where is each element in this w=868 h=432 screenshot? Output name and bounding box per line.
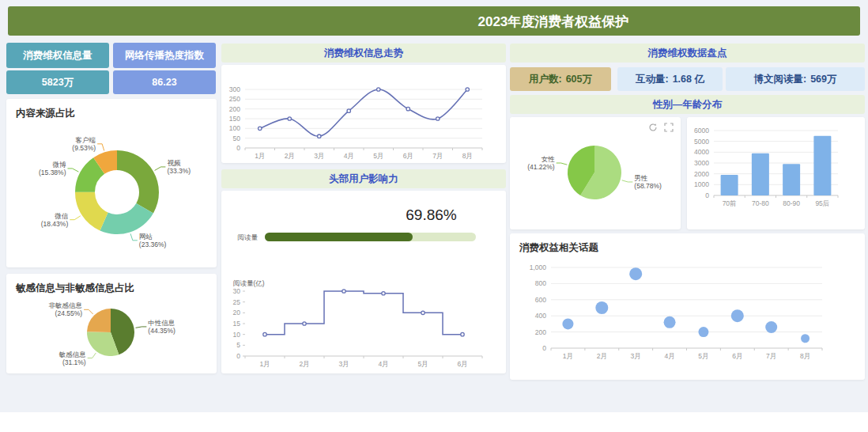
svg-text:(18.43%): (18.43%) bbox=[41, 220, 69, 228]
influence-percent-value: 69.86% bbox=[406, 207, 456, 224]
svg-text:(24.55%): (24.55%) bbox=[55, 309, 83, 317]
svg-text:10: 10 bbox=[233, 331, 241, 339]
content-source-panel: 内容来源占比 视频(33.3%)网站(23.36%)微信(18.43%)微博(1… bbox=[6, 99, 217, 267]
svg-text:视频: 视频 bbox=[167, 159, 181, 167]
users-count-value: 605万 bbox=[566, 73, 592, 86]
svg-text:3月: 3月 bbox=[338, 360, 349, 368]
reading-step-chart: 阅读量(亿)0510152025301月2月3月4月5月6月 bbox=[221, 262, 506, 373]
svg-text:3000: 3000 bbox=[694, 159, 709, 167]
svg-text:2月: 2月 bbox=[285, 152, 295, 160]
svg-text:7月: 7月 bbox=[432, 152, 443, 160]
svg-text:95后: 95后 bbox=[815, 199, 829, 207]
svg-text:8月: 8月 bbox=[800, 352, 810, 360]
svg-text:阅读量(亿): 阅读量(亿) bbox=[233, 279, 265, 287]
svg-text:100: 100 bbox=[229, 124, 240, 132]
stat-card-heat-index-value: 86.23 bbox=[113, 70, 216, 94]
svg-text:15: 15 bbox=[233, 320, 241, 328]
topics-panel: 消费权益相关话题 02004006008001,0001月2月3月4月5月6月7… bbox=[510, 233, 865, 380]
svg-text:600: 600 bbox=[535, 296, 546, 304]
svg-text:女性: 女性 bbox=[542, 155, 556, 163]
svg-text:2月: 2月 bbox=[597, 352, 607, 360]
svg-text:3月: 3月 bbox=[631, 352, 641, 360]
svg-text:7月: 7月 bbox=[766, 352, 776, 360]
svg-text:5: 5 bbox=[236, 341, 240, 349]
svg-text:6月: 6月 bbox=[732, 352, 742, 360]
svg-text:80-90: 80-90 bbox=[783, 199, 800, 207]
svg-text:6月: 6月 bbox=[457, 360, 467, 368]
svg-text:敏感信息: 敏感信息 bbox=[58, 351, 87, 358]
influence-bar-label: 阅读量 bbox=[221, 233, 258, 243]
svg-text:(58.78%): (58.78%) bbox=[634, 182, 662, 190]
svg-text:6月: 6月 bbox=[403, 152, 413, 160]
svg-text:男性: 男性 bbox=[634, 174, 648, 182]
svg-text:25: 25 bbox=[233, 298, 241, 306]
users-count-label: 用户数: bbox=[529, 73, 562, 86]
sensitive-info-panel: 敏感信息与非敏感信息占比 中性信息(44.35%)敏感信息(31.1%)非敏感信… bbox=[6, 274, 217, 373]
dashboard-page: 2023年度消费者权益保护 消费维权信息量 5823万 网络传播热度指数 86.… bbox=[0, 0, 868, 432]
stat-card-heat-index-label: 网络传播热度指数 bbox=[113, 43, 216, 68]
svg-text:0: 0 bbox=[236, 352, 240, 360]
svg-text:网站: 网站 bbox=[139, 233, 153, 241]
svg-text:5月: 5月 bbox=[698, 352, 708, 360]
svg-text:300: 300 bbox=[229, 85, 240, 93]
svg-text:(15.38%): (15.38%) bbox=[39, 169, 66, 176]
gender-age-section-header: 性别—年龄分布 bbox=[510, 95, 865, 114]
svg-text:(23.36%): (23.36%) bbox=[139, 241, 167, 248]
trend-section-header: 消费维权信息走势 bbox=[221, 44, 506, 63]
svg-text:4000: 4000 bbox=[694, 148, 709, 156]
svg-text:2月: 2月 bbox=[299, 360, 309, 368]
trend-panel: 0501001502002503001月2月3月4月5月6月7月8月 bbox=[221, 65, 506, 163]
svg-text:(9.53%): (9.53%) bbox=[72, 144, 96, 152]
svg-text:微博: 微博 bbox=[52, 161, 66, 169]
users-count-chip: 用户数: 605万 bbox=[510, 67, 611, 91]
overview-section-header: 消费维权数据盘点 bbox=[510, 44, 865, 63]
svg-text:(41.22%): (41.22%) bbox=[527, 163, 555, 171]
interactions-chip: 互动量: 1.68 亿 bbox=[617, 67, 723, 91]
page-header: 2023年度消费者权益保护 bbox=[8, 6, 860, 36]
svg-text:800: 800 bbox=[535, 279, 546, 287]
svg-text:1月: 1月 bbox=[259, 360, 270, 368]
svg-text:1000: 1000 bbox=[694, 180, 709, 188]
svg-text:70-80: 70-80 bbox=[752, 199, 769, 207]
svg-text:微信: 微信 bbox=[55, 212, 69, 220]
gender-age-section-title: 性别—年龄分布 bbox=[653, 98, 723, 112]
svg-text:8月: 8月 bbox=[462, 152, 473, 160]
svg-text:非敏感信息: 非敏感信息 bbox=[49, 301, 83, 309]
svg-text:1月: 1月 bbox=[255, 152, 265, 160]
svg-text:150: 150 bbox=[229, 115, 240, 123]
post-reads-label: 博文阅读量: bbox=[753, 73, 806, 86]
influence-progress-track bbox=[265, 233, 476, 241]
svg-text:中性信息: 中性信息 bbox=[148, 319, 175, 327]
influence-section-header: 头部用户影响力 bbox=[221, 169, 506, 188]
stat-card-info-volume-value: 5823万 bbox=[6, 70, 109, 94]
svg-text:70前: 70前 bbox=[723, 199, 737, 207]
topics-scatter-chart: 02004006008001,0001月2月3月4月5月6月7月8月 bbox=[510, 233, 865, 380]
svg-text:4月: 4月 bbox=[378, 360, 388, 368]
svg-text:4月: 4月 bbox=[344, 152, 354, 160]
svg-text:2000: 2000 bbox=[694, 170, 709, 178]
svg-text:(44.35%): (44.35%) bbox=[148, 327, 175, 335]
svg-text:5月: 5月 bbox=[417, 360, 428, 368]
trend-line-chart: 0501001502002503001月2月3月4月5月6月7月8月 bbox=[221, 65, 506, 163]
sensitive-info-pie-chart: 中性信息(44.35%)敏感信息(31.1%)非敏感信息(24.55%) bbox=[6, 274, 217, 373]
svg-text:3月: 3月 bbox=[314, 152, 324, 160]
interactions-value: 1.68 亿 bbox=[673, 73, 704, 86]
svg-text:20: 20 bbox=[233, 309, 241, 316]
stat-card-info-volume-label: 消费维权信息量 bbox=[6, 43, 109, 68]
age-bar-panel: 010002000300040005000600070前70-8080-9095… bbox=[687, 117, 865, 229]
svg-text:200: 200 bbox=[229, 105, 240, 113]
age-bar-chart: 010002000300040005000600070前70-8080-9095… bbox=[687, 117, 865, 229]
svg-text:(31.1%): (31.1%) bbox=[62, 358, 86, 366]
svg-text:1月: 1月 bbox=[563, 352, 573, 360]
influence-panel: 69.86% 阅读量 阅读量(亿)0510152025301月2月3月4月5月6… bbox=[221, 191, 506, 373]
svg-text:6000: 6000 bbox=[694, 127, 709, 135]
svg-text:1,000: 1,000 bbox=[530, 263, 547, 271]
svg-text:客户端: 客户端 bbox=[76, 136, 96, 144]
svg-text:4月: 4月 bbox=[664, 352, 674, 360]
post-reads-chip: 博文阅读量: 569万 bbox=[726, 67, 865, 91]
svg-text:(33.3%): (33.3%) bbox=[167, 167, 191, 175]
svg-text:5月: 5月 bbox=[373, 152, 383, 160]
gender-pie-panel: 男性(58.78%)女性(41.22%) bbox=[510, 117, 681, 229]
content-source-donut-chart: 视频(33.3%)网站(23.36%)微信(18.43%)微博(15.38%)客… bbox=[6, 116, 217, 267]
svg-text:0: 0 bbox=[236, 144, 240, 152]
